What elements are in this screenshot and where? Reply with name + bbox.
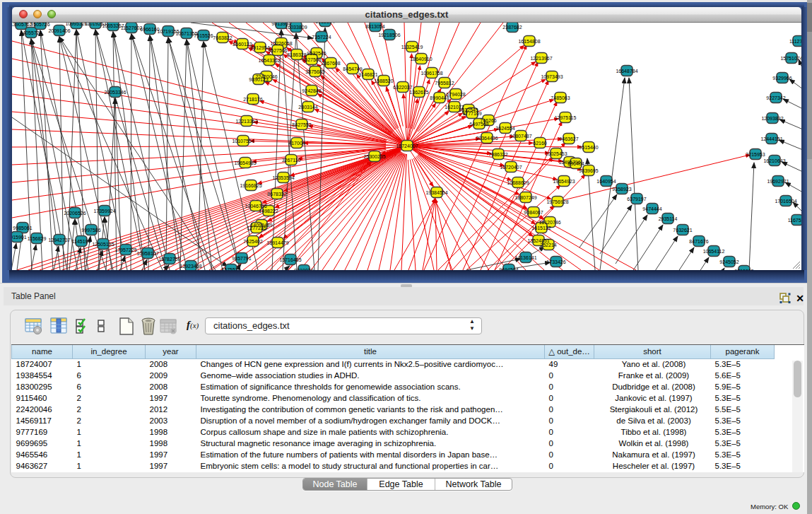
svg-text:9463627: 9463627 — [559, 136, 578, 141]
svg-text:1112753: 1112753 — [789, 39, 801, 44]
svg-text:9710015: 9710015 — [734, 269, 753, 271]
svg-text:19654923: 19654923 — [553, 179, 575, 184]
svg-text:1362615: 1362615 — [409, 90, 428, 95]
svg-text:19692971: 19692971 — [767, 179, 789, 184]
svg-text:7357224: 7357224 — [312, 35, 331, 40]
svg-text:16782759: 16782759 — [158, 257, 180, 262]
svg-text:10025453: 10025453 — [545, 151, 567, 156]
svg-text:7485063: 7485063 — [551, 95, 570, 100]
svg-text:11325419: 11325419 — [401, 45, 423, 49]
svg-text:12505135: 12505135 — [92, 242, 114, 247]
svg-text:12975115: 12975115 — [555, 115, 577, 120]
svg-text:1615132: 1615132 — [531, 226, 551, 230]
svg-text:11527602: 11527602 — [121, 25, 143, 30]
svg-text:1277235: 1277235 — [247, 226, 266, 230]
svg-text:8427552: 8427552 — [292, 122, 311, 127]
svg-text:20091406: 20091406 — [48, 28, 70, 33]
svg-text:16210643: 16210643 — [763, 158, 785, 163]
svg-text:8813054: 8813054 — [365, 24, 384, 29]
svg-text:896404: 896404 — [567, 161, 584, 166]
svg-text:1498222: 1498222 — [259, 209, 278, 214]
svg-text:417004: 417004 — [288, 141, 305, 146]
svg-text:8912954: 8912954 — [250, 45, 269, 50]
svg-text:16120746: 16120746 — [539, 220, 560, 225]
svg-text:10107554: 10107554 — [232, 139, 254, 144]
svg-text:1640954: 1640954 — [596, 179, 616, 184]
svg-text:20053346: 20053346 — [104, 90, 126, 95]
svg-text:9329966: 9329966 — [772, 76, 792, 81]
svg-text:17359924: 17359924 — [93, 209, 115, 214]
svg-text:7625402: 7625402 — [243, 239, 262, 244]
svg-text:9358923: 9358923 — [612, 187, 631, 192]
svg-text:1156829: 1156829 — [28, 236, 47, 241]
svg-text:10688609: 10688609 — [507, 180, 529, 185]
svg-text:6322037: 6322037 — [393, 85, 412, 90]
svg-text:19654985: 19654985 — [234, 160, 256, 165]
svg-text:2387682: 2387682 — [502, 25, 522, 30]
svg-text:8575521: 8575521 — [221, 267, 240, 271]
svg-text:14055724: 14055724 — [20, 30, 42, 35]
svg-text:18724007: 18724007 — [396, 144, 418, 148]
svg-text:15716485: 15716485 — [279, 257, 301, 262]
svg-text:9245052: 9245052 — [719, 259, 739, 264]
svg-text:62160: 62160 — [533, 141, 547, 146]
svg-text:13905762: 13905762 — [12, 23, 33, 27]
svg-text:25300235: 25300235 — [363, 154, 385, 159]
svg-text:12093832: 12093832 — [761, 116, 783, 121]
svg-text:18640910: 18640910 — [410, 57, 432, 62]
svg-text:7663822: 7663822 — [213, 35, 232, 40]
svg-text:9242848: 9242848 — [302, 88, 321, 93]
svg-text:7632621: 7632621 — [673, 228, 692, 233]
svg-text:12942737: 12942737 — [48, 238, 70, 243]
svg-text:8660123: 8660123 — [233, 42, 252, 47]
svg-text:3624554: 3624554 — [495, 126, 514, 131]
svg-text:8678332: 8678332 — [267, 192, 286, 197]
svg-text:3215953: 3215953 — [746, 152, 765, 157]
svg-text:19756928: 19756928 — [546, 199, 568, 204]
svg-text:12213967: 12213967 — [530, 56, 552, 61]
svg-text:20364436: 20364436 — [476, 136, 498, 141]
svg-text:7986322: 7986322 — [488, 152, 507, 157]
svg-text:3267110: 3267110 — [282, 158, 301, 163]
svg-text:6497568: 6497568 — [469, 122, 488, 127]
svg-text:10654112: 10654112 — [703, 249, 725, 254]
svg-text:2803144: 2803144 — [298, 105, 317, 110]
svg-text:19218506: 19218506 — [378, 33, 400, 37]
svg-text:1145194: 1145194 — [72, 239, 91, 244]
svg-text:17957225: 17957225 — [114, 247, 136, 252]
svg-text:9219030: 9219030 — [294, 268, 313, 271]
svg-text:9839695: 9839695 — [579, 168, 598, 173]
svg-text:15751074: 15751074 — [780, 56, 801, 61]
svg-text:6379197: 6379197 — [627, 197, 646, 201]
svg-text:12213363: 12213363 — [235, 119, 257, 124]
svg-text:14136141: 14136141 — [514, 255, 536, 260]
svg-text:9146821: 9146821 — [358, 72, 377, 77]
svg-text:9227342: 9227342 — [766, 95, 785, 100]
svg-text:15226058: 15226058 — [270, 41, 292, 46]
svg-text:9505726: 9505726 — [30, 23, 49, 27]
svg-text:16914479: 16914479 — [266, 240, 288, 245]
svg-text:9527506: 9527506 — [268, 48, 287, 53]
svg-text:1733426: 1733426 — [546, 259, 565, 264]
svg-text:252214: 252214 — [540, 243, 556, 247]
svg-text:12444151: 12444151 — [760, 136, 782, 141]
svg-text:12353594: 12353594 — [272, 175, 294, 180]
svg-text:8471676: 8471676 — [689, 239, 708, 244]
svg-text:1167533: 1167533 — [788, 218, 801, 223]
svg-text:10958107: 10958107 — [136, 251, 158, 256]
svg-text:9532546: 9532546 — [307, 51, 326, 56]
svg-text:7515526: 7515526 — [194, 33, 213, 38]
svg-text:12923468: 12923468 — [180, 264, 201, 269]
svg-text:19384554: 19384554 — [425, 190, 447, 195]
svg-text:3915901: 3915901 — [12, 235, 27, 240]
svg-text:1588520: 1588520 — [374, 78, 393, 83]
svg-text:9890123: 9890123 — [249, 77, 268, 82]
svg-text:7955812: 7955812 — [435, 81, 454, 86]
svg-text:6794028: 6794028 — [446, 92, 465, 97]
svg-text:8935804: 8935804 — [315, 23, 334, 24]
svg-text:2367608: 2367608 — [321, 61, 340, 66]
svg-text:2718176: 2718176 — [243, 97, 262, 102]
svg-text:10807487: 10807487 — [510, 134, 531, 139]
svg-text:16033809: 16033809 — [285, 25, 307, 30]
svg-text:2935114: 2935114 — [659, 216, 678, 221]
